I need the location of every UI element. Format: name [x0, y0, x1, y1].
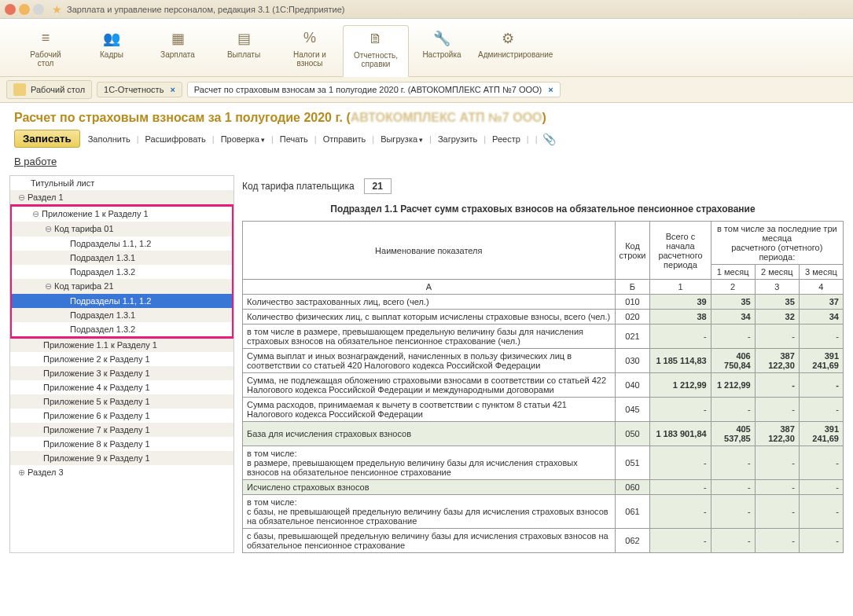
expand-icon[interactable]: ⊖ [32, 209, 42, 219]
cell-value[interactable]: - [755, 529, 799, 553]
expand-icon[interactable]: ⊖ [45, 224, 54, 234]
cell-value[interactable]: 387 122,30 [755, 349, 799, 373]
expand-icon[interactable]: ⊖ [45, 281, 54, 292]
cell-value[interactable]: - [799, 529, 843, 553]
status-link[interactable]: В работе [0, 156, 853, 175]
cell-value[interactable]: 391 241,69 [799, 349, 843, 373]
expand-icon[interactable]: ⊕ [18, 468, 28, 478]
action-реестр[interactable]: Реестр [487, 132, 525, 146]
cell-value[interactable]: 38 [650, 310, 711, 324]
action-печать[interactable]: Печать [275, 132, 313, 146]
tree-item[interactable]: Приложение 6 к Разделу 1 [10, 409, 233, 423]
cell-value[interactable]: - [755, 495, 799, 529]
cell-value[interactable]: 387 122,30 [755, 422, 799, 446]
cell-value[interactable]: - [711, 398, 755, 422]
tree-item[interactable]: Подраздел 1.3.2 [12, 265, 232, 279]
main-nav-item[interactable]: ≡Рабочий стол [13, 25, 79, 76]
main-nav-item[interactable]: 🔧Настройка [409, 25, 475, 76]
document-tab[interactable]: Расчет по страховым взносам за 1 полугод… [187, 82, 561, 97]
cell-value[interactable]: 39 [650, 295, 711, 310]
action-отправить[interactable]: Отправить [318, 132, 371, 146]
tree-item[interactable]: ⊖Код тарифа 01 [12, 222, 232, 236]
cell-value[interactable]: - [650, 446, 711, 480]
cell-value[interactable]: 35 [711, 295, 755, 310]
cell-value[interactable]: 405 537,85 [711, 422, 755, 446]
favorite-star-icon[interactable]: ★ [52, 3, 62, 16]
cell-value[interactable]: 1 185 114,83 [650, 349, 711, 373]
tree-item[interactable]: ⊖Раздел 1 [10, 190, 233, 205]
cell-value[interactable]: 32 [755, 310, 799, 324]
tree-item[interactable]: Подразделы 1.1, 1.2 [12, 236, 232, 251]
tree-item[interactable]: Подразделы 1.1, 1.2 [12, 294, 232, 308]
document-tab[interactable]: 1С-Отчетность× [97, 82, 182, 97]
cell-value[interactable]: - [711, 529, 755, 553]
report-tree[interactable]: Титульный лист⊖Раздел 1⊖Приложение 1 к Р… [9, 175, 234, 553]
cell-value[interactable]: - [711, 324, 755, 349]
tariff-code[interactable]: 21 [364, 178, 392, 194]
cell-value[interactable]: - [799, 373, 843, 398]
close-icon[interactable]: × [170, 85, 175, 94]
tree-item[interactable]: Приложение 3 к Разделу 1 [10, 366, 233, 380]
cell-value[interactable]: 406 750,84 [711, 349, 755, 373]
cell-value[interactable]: - [755, 480, 799, 495]
cell-value[interactable]: 1 212,99 [650, 373, 711, 398]
cell-value[interactable]: 391 241,69 [799, 422, 843, 446]
expand-icon[interactable]: ⊖ [18, 192, 28, 203]
action-заполнить[interactable]: Заполнить [83, 132, 135, 146]
cell-value[interactable]: - [711, 446, 755, 480]
cell-value[interactable]: - [755, 324, 799, 349]
tree-item[interactable]: Приложение 2 к Разделу 1 [10, 352, 233, 366]
action-выгрузка[interactable]: Выгрузка▾ [376, 132, 428, 146]
cell-value[interactable]: 34 [711, 310, 755, 324]
attachment-icon[interactable]: 📎 [542, 133, 556, 145]
window-minimize-icon[interactable] [19, 4, 30, 15]
cell-value[interactable]: - [799, 446, 843, 480]
close-icon[interactable]: × [548, 85, 553, 94]
cell-value[interactable]: - [650, 480, 711, 495]
tree-item[interactable]: Подраздел 1.3.1 [12, 308, 232, 322]
cell-value[interactable]: 37 [799, 295, 843, 310]
main-nav-item[interactable]: ⚙Администрирование [475, 25, 541, 76]
tree-item[interactable]: Титульный лист [10, 176, 233, 190]
tree-item[interactable]: Подраздел 1.3.1 [12, 251, 232, 265]
action-расшифровать[interactable]: Расшифровать [141, 132, 211, 146]
window-close-icon[interactable] [5, 4, 16, 15]
cell-value[interactable]: 1 183 901,84 [650, 422, 711, 446]
tree-item[interactable]: ⊖Код тарифа 21 [12, 279, 232, 294]
cell-value[interactable]: - [650, 529, 711, 553]
cell-value[interactable]: - [755, 398, 799, 422]
cell-value[interactable]: - [650, 495, 711, 529]
cell-value[interactable]: - [711, 480, 755, 495]
tree-item[interactable]: Подраздел 1.3.2 [12, 322, 232, 336]
main-nav-item[interactable]: ▦Зарплата [145, 25, 211, 76]
action-загрузить[interactable]: Загрузить [433, 132, 482, 146]
tree-item[interactable]: Приложение 7 к Разделу 1 [10, 423, 233, 437]
action-проверка[interactable]: Проверка▾ [216, 132, 270, 146]
main-nav-item[interactable]: 🗎Отчетность, справки [343, 25, 409, 77]
tree-item[interactable]: Приложение 4 к Разделу 1 [10, 380, 233, 394]
main-nav-item[interactable]: ▤Выплаты [211, 25, 277, 76]
cell-value[interactable]: 1 212,99 [711, 373, 755, 398]
cell-value[interactable]: 35 [755, 295, 799, 310]
tree-item[interactable]: Приложение 9 к Разделу 1 [10, 451, 233, 465]
cell-value[interactable]: - [799, 495, 843, 529]
main-nav-item[interactable]: 👥Кадры [79, 25, 145, 76]
window-maximize-icon[interactable] [33, 4, 44, 15]
cell-value[interactable]: 34 [799, 310, 843, 324]
cell-value[interactable]: - [650, 398, 711, 422]
document-tab[interactable]: Рабочий стол [6, 80, 92, 99]
tree-item[interactable]: ⊖Приложение 1 к Разделу 1 [12, 207, 232, 222]
cell-value[interactable]: - [711, 495, 755, 529]
tree-item[interactable]: Приложение 8 к Разделу 1 [10, 437, 233, 451]
main-nav-item[interactable]: %Налоги и взносы [277, 25, 343, 76]
tree-item[interactable]: ⊕Раздел 3 [10, 465, 233, 480]
cell-value[interactable]: - [755, 373, 799, 398]
cell-value[interactable]: - [755, 446, 799, 480]
cell-value[interactable]: - [799, 480, 843, 495]
tree-item[interactable]: Приложение 1.1 к Разделу 1 [10, 338, 233, 352]
save-button[interactable]: Записать [14, 130, 80, 148]
cell-value[interactable]: - [650, 324, 711, 349]
tree-item[interactable]: Приложение 5 к Разделу 1 [10, 394, 233, 409]
cell-value[interactable]: - [799, 324, 843, 349]
cell-value[interactable]: - [799, 398, 843, 422]
